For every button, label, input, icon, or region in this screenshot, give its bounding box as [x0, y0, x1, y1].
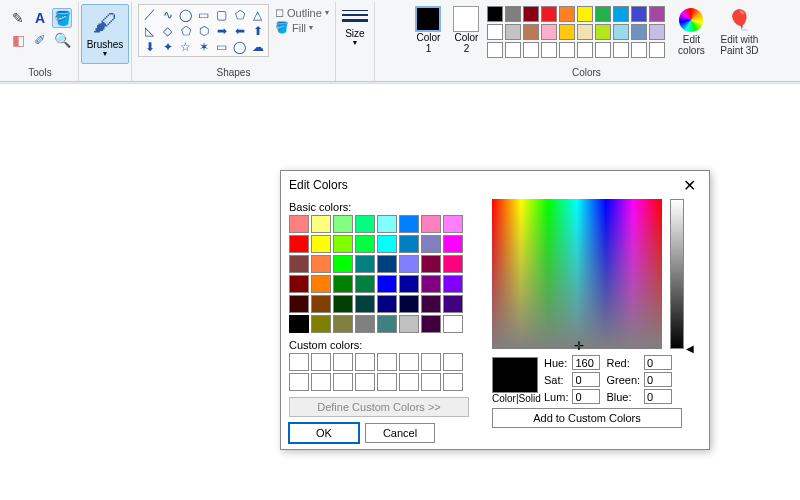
basic-color-swatch[interactable] — [421, 215, 441, 233]
basic-color-swatch[interactable] — [377, 215, 397, 233]
custom-color-swatch[interactable] — [311, 353, 331, 371]
basic-color-swatch[interactable] — [421, 235, 441, 253]
shape-triangle-icon[interactable]: △ — [249, 7, 266, 22]
palette-swatch[interactable] — [595, 42, 611, 58]
magnifier-tool-icon[interactable]: 🔍 — [52, 30, 72, 50]
basic-color-swatch[interactable] — [377, 295, 397, 313]
custom-color-swatch[interactable] — [355, 353, 375, 371]
color2-well[interactable]: Color 2 — [449, 4, 483, 54]
text-tool-icon[interactable]: A — [30, 8, 50, 28]
basic-color-swatch[interactable] — [289, 255, 309, 273]
basic-color-swatch[interactable] — [355, 235, 375, 253]
size-dropdown[interactable]: Size ▼ — [338, 4, 372, 46]
custom-color-swatch[interactable] — [443, 353, 463, 371]
basic-color-swatch[interactable] — [443, 315, 463, 333]
basic-color-swatch[interactable] — [421, 275, 441, 293]
add-to-custom-button[interactable]: Add to Custom Colors — [492, 408, 682, 428]
basic-color-swatch[interactable] — [377, 255, 397, 273]
palette-swatch[interactable] — [649, 6, 665, 22]
palette-swatch[interactable] — [613, 24, 629, 40]
basic-color-swatch[interactable] — [289, 295, 309, 313]
basic-color-swatch[interactable] — [355, 295, 375, 313]
basic-color-swatch[interactable] — [421, 315, 441, 333]
palette-swatch[interactable] — [505, 24, 521, 40]
basic-color-swatch[interactable] — [421, 295, 441, 313]
basic-color-swatch[interactable] — [289, 235, 309, 253]
hue-input[interactable] — [572, 355, 600, 370]
custom-color-swatch[interactable] — [399, 373, 419, 391]
shape-fill-dropdown[interactable]: 🪣 Fill ▾ — [275, 21, 329, 34]
custom-color-swatch[interactable] — [311, 373, 331, 391]
basic-color-swatch[interactable] — [311, 215, 331, 233]
basic-color-swatch[interactable] — [399, 235, 419, 253]
luminance-slider[interactable] — [670, 199, 684, 349]
shapes-gallery[interactable]: ／ ∿ ◯ ▭ ▢ ⬠ △ ◺ ◇ ⬠ ⬡ ➡ ⬅ ⬆ ⬇ ✦ ☆ ✶ ▭ ◯ — [138, 4, 269, 57]
palette-swatch[interactable] — [649, 42, 665, 58]
basic-color-swatch[interactable] — [289, 215, 309, 233]
palette-swatch[interactable] — [613, 6, 629, 22]
shape-rect-icon[interactable]: ▭ — [195, 7, 212, 22]
shape-callout-oval-icon[interactable]: ◯ — [231, 39, 248, 54]
eraser-tool-icon[interactable]: ◧ — [8, 30, 28, 50]
shape-line-icon[interactable]: ／ — [141, 7, 158, 22]
palette-swatch[interactable] — [577, 42, 593, 58]
custom-color-swatch[interactable] — [289, 373, 309, 391]
shape-pentagon-icon[interactable]: ⬠ — [177, 23, 194, 38]
picker-tool-icon[interactable]: ✐ — [30, 30, 50, 50]
palette-swatch[interactable] — [541, 6, 557, 22]
basic-color-swatch[interactable] — [311, 315, 331, 333]
basic-color-swatch[interactable] — [399, 215, 419, 233]
close-button[interactable]: ✕ — [677, 175, 701, 195]
color1-well[interactable]: Color 1 — [411, 4, 445, 54]
basic-color-swatch[interactable] — [377, 275, 397, 293]
palette-swatch[interactable] — [487, 24, 503, 40]
basic-color-swatch[interactable] — [355, 275, 375, 293]
shape-darrow-icon[interactable]: ⬇ — [141, 39, 158, 54]
basic-color-swatch[interactable] — [289, 315, 309, 333]
palette-swatch[interactable] — [505, 42, 521, 58]
palette-swatch[interactable] — [487, 42, 503, 58]
custom-color-swatch[interactable] — [333, 353, 353, 371]
basic-color-swatch[interactable] — [311, 295, 331, 313]
palette-swatch[interactable] — [505, 6, 521, 22]
basic-color-swatch[interactable] — [333, 235, 353, 253]
custom-color-swatch[interactable] — [399, 353, 419, 371]
basic-color-swatch[interactable] — [311, 255, 331, 273]
basic-color-swatch[interactable] — [399, 255, 419, 273]
custom-color-swatch[interactable] — [377, 373, 397, 391]
brushes-dropdown[interactable]: 🖌 Brushes ▼ — [81, 4, 129, 64]
basic-color-swatch[interactable] — [355, 315, 375, 333]
shape-outline-dropdown[interactable]: ◻ Outline ▾ — [275, 6, 329, 19]
shape-hexagon-icon[interactable]: ⬡ — [195, 23, 212, 38]
sat-input[interactable] — [572, 372, 600, 387]
ok-button[interactable]: OK — [289, 423, 359, 443]
color-spectrum[interactable] — [492, 199, 662, 349]
custom-color-swatch[interactable] — [289, 353, 309, 371]
cancel-button[interactable]: Cancel — [365, 423, 435, 443]
paint3d-button[interactable]: 🎈 Edit with Paint 3D — [717, 4, 761, 56]
palette-swatch[interactable] — [631, 42, 647, 58]
custom-color-swatch[interactable] — [443, 373, 463, 391]
palette-swatch[interactable] — [523, 24, 539, 40]
basic-color-swatch[interactable] — [399, 275, 419, 293]
basic-color-swatch[interactable] — [333, 315, 353, 333]
basic-color-swatch[interactable] — [443, 295, 463, 313]
custom-color-swatch[interactable] — [333, 373, 353, 391]
basic-color-swatch[interactable] — [311, 235, 331, 253]
basic-color-swatch[interactable] — [377, 315, 397, 333]
shape-uarrow-icon[interactable]: ⬆ — [249, 23, 266, 38]
shape-oval-icon[interactable]: ◯ — [177, 7, 194, 22]
shape-star6-icon[interactable]: ✶ — [195, 39, 212, 54]
basic-color-swatch[interactable] — [399, 315, 419, 333]
shape-curve-icon[interactable]: ∿ — [159, 7, 176, 22]
red-input[interactable] — [644, 355, 672, 370]
blue-input[interactable] — [644, 389, 672, 404]
palette-swatch[interactable] — [523, 6, 539, 22]
palette-swatch[interactable] — [631, 6, 647, 22]
shape-rtriangle-icon[interactable]: ◺ — [141, 23, 158, 38]
custom-color-swatch[interactable] — [355, 373, 375, 391]
basic-color-swatch[interactable] — [333, 275, 353, 293]
basic-color-swatch[interactable] — [311, 275, 331, 293]
basic-color-swatch[interactable] — [333, 255, 353, 273]
shape-polygon-icon[interactable]: ⬠ — [231, 7, 248, 22]
